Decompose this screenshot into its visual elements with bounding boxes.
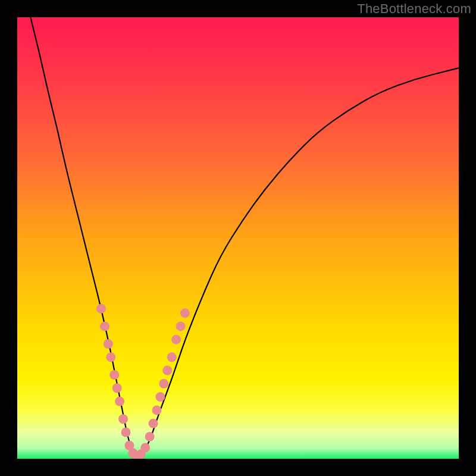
highlight-dot — [149, 419, 158, 428]
highlight-dot — [152, 405, 161, 415]
highlight-dot — [145, 432, 155, 441]
highlight-dots — [96, 304, 190, 459]
highlight-dot — [96, 304, 106, 314]
highlight-dot — [171, 335, 181, 345]
highlight-dot — [180, 308, 190, 318]
highlight-dot — [140, 443, 150, 452]
highlight-dot — [176, 321, 186, 331]
highlight-dot — [155, 392, 165, 402]
highlight-dot — [115, 397, 124, 406]
highlight-dot — [167, 352, 177, 362]
highlight-dot — [109, 370, 119, 380]
watermark-text: TheBottleneck.com — [357, 1, 471, 17]
highlight-dot — [118, 414, 128, 424]
highlight-dot — [159, 379, 168, 389]
highlight-dot — [104, 339, 113, 349]
curve-chart — [17, 17, 459, 459]
highlight-dot — [162, 366, 172, 375]
highlight-dot — [106, 352, 115, 362]
highlight-dot — [100, 321, 109, 331]
bottleneck-curve — [30, 17, 459, 456]
chart-frame — [17, 17, 459, 459]
highlight-dot — [112, 383, 122, 393]
highlight-dot — [121, 427, 131, 437]
